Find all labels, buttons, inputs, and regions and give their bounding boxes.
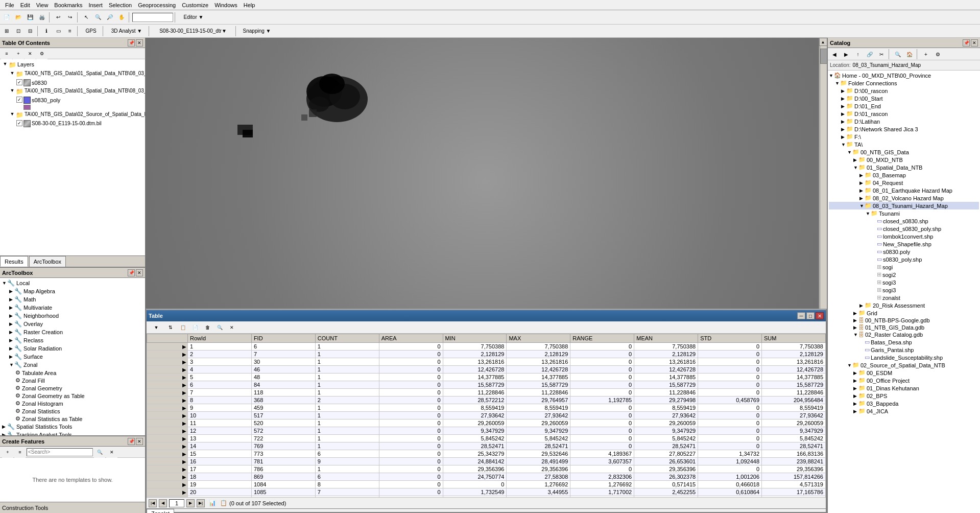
cf-new-btn[interactable]: +	[2, 447, 13, 458]
menu-customize[interactable]: Customize	[179, 1, 211, 9]
tab-results[interactable]: Results	[0, 256, 28, 267]
menu-geoprocessing[interactable]: Geoprocessing	[135, 1, 179, 9]
cf-clear-btn[interactable]: ✕	[106, 447, 117, 458]
cat-02-bps[interactable]: ▶ 📁 02_BPS	[829, 392, 979, 400]
toolbox-zonal[interactable]: ▼ 🔧 Zonal	[1, 361, 144, 369]
cat-sogi3b[interactable]: ⊞ sogi3	[829, 286, 979, 294]
cat-04-request[interactable]: ▶ 📁 04_Request	[829, 179, 979, 186]
table-row[interactable]: ▶16107,7503887,75038807,75038807,750388	[147, 343, 826, 351]
layer2-toggle[interactable]: ▼	[9, 87, 15, 94]
toolbox-local[interactable]: ▼ 🔧 Local	[1, 279, 144, 287]
table-row[interactable]: ▶105171027,9364227,93642027,93642027,936…	[147, 412, 826, 419]
cat-folder-connections[interactable]: ▼ 📁 Folder Connections	[829, 79, 979, 87]
toolbox-neighborhood[interactable]: ▶ 🔧 Neighborhood	[1, 312, 144, 320]
toolbox-zonal-fill[interactable]: ⚙ Zonal Fill	[1, 377, 144, 384]
print-btn[interactable]: 🖨️	[36, 12, 47, 23]
arctoolbox-close-btn[interactable]: ✕	[136, 269, 143, 276]
zoom-out-btn[interactable]: 🔎	[104, 12, 115, 23]
cat-20-risk[interactable]: ▶ 📁 20_Risk Assessment	[829, 301, 979, 309]
cat-d-rascon2[interactable]: ▶ 📁 D:\01_rascon	[829, 110, 979, 118]
raster-layer-btn[interactable]: S08-30-00_E119-15-00_dtr▼	[152, 26, 234, 37]
table-row[interactable]: ▶177861029,35639629,356396029,356396029,…	[147, 465, 826, 473]
cat-home-btn[interactable]: 🏠	[904, 49, 915, 60]
row-selector[interactable]: ▶	[147, 381, 188, 389]
cat-new-shp[interactable]: ▭ New_Shapefile.shp	[829, 240, 979, 248]
attribute-btn[interactable]: ≡	[64, 26, 76, 37]
table-row[interactable]: ▶12572109,3479299,34792909,34792909,3479…	[147, 427, 826, 435]
menu-windows[interactable]: Windows	[211, 1, 241, 9]
cat-closed-poly[interactable]: ▭ closed_s0830_poly.shp	[829, 225, 979, 232]
col-std[interactable]: STD	[698, 334, 762, 343]
pan-btn[interactable]: ✋	[116, 12, 127, 23]
select-btn[interactable]: ▭	[53, 26, 64, 37]
cat-d-latihan[interactable]: ▶ 📁 D:\Latihan	[829, 118, 979, 125]
cat-tsunami[interactable]: ▼ 📁 Tsunami	[829, 209, 979, 217]
cf-close-btn[interactable]: ✕	[136, 438, 143, 445]
zoom-full-btn[interactable]: ⊞	[1, 26, 12, 37]
col-range[interactable]: RANGE	[570, 334, 634, 343]
layer3-toggle[interactable]: ▼	[9, 111, 15, 117]
row-selector[interactable]: ▶	[147, 488, 188, 496]
nav-prev-btn[interactable]: ◀	[159, 499, 167, 507]
row-selector[interactable]: ▶	[147, 343, 188, 351]
snapping-btn[interactable]: Snapping ▼	[239, 26, 275, 37]
toolbox-zonal-histogram[interactable]: ⚙ Zonal Histogram	[1, 400, 144, 407]
cat-d-end[interactable]: ▶ 📁 D:\01_End	[829, 102, 979, 110]
toolbox-zonal-geometry[interactable]: ⚙ Zonal Geometry	[1, 384, 144, 392]
table-row[interactable]: ▶157736025,34327929,5326464,18936727,805…	[147, 450, 826, 458]
toolbox-tracking-analyst[interactable]: ▶ 🔧 Tracking Analyst Tools	[1, 431, 144, 435]
cat-01-dinas[interactable]: ▶ 📁 01_Dinas Kehutanan	[829, 384, 979, 392]
table-delete-btn[interactable]: 🗑	[202, 322, 213, 333]
table-copy-btn[interactable]: 📋	[177, 322, 188, 333]
table-row[interactable]: ▶13722105,8452425,84524205,84524205,8452…	[147, 435, 826, 442]
toc-prop-btn[interactable]: ⚙	[36, 48, 47, 59]
table-row[interactable]: ▶1910848001,2766921,2766920,5714150,4660…	[147, 481, 826, 488]
toolbox-zonal-geometry-table[interactable]: ⚙ Zonal Geometry as Table	[1, 392, 144, 400]
table-row[interactable]: ▶115201029,26005929,260059029,260059029,…	[147, 419, 826, 427]
row-selector[interactable]: ▶	[147, 473, 188, 481]
col-rowid[interactable]: RowId	[188, 334, 252, 343]
table-row[interactable]: ▶147691028,5247128,52471028,52471028,524…	[147, 442, 826, 450]
cat-closed-s0830[interactable]: ▭ closed_s0830.shp	[829, 217, 979, 225]
row-selector[interactable]: ▶	[147, 458, 188, 465]
cat-d-rascon[interactable]: ▶ 📁 D:\00_rascon	[829, 87, 979, 95]
dtm-checkbox[interactable]: ✓	[16, 120, 22, 126]
row-selector[interactable]: ▶	[147, 465, 188, 473]
save-btn[interactable]: 💾	[25, 12, 36, 23]
cat-back-btn[interactable]: ◀	[829, 49, 840, 60]
table-row[interactable]: ▶201085701,7325493,449551,7170022,452255…	[147, 488, 826, 496]
cat-s0830-poly-shp[interactable]: ▭ s0830_poly.shp	[829, 255, 979, 263]
page-input[interactable]	[169, 499, 184, 507]
cat-sogi3[interactable]: ⊞ sogi3	[829, 278, 979, 286]
cat-ntb-bps[interactable]: ▶ 🗄 00_NTB-BPS-Google.gdb	[829, 317, 979, 324]
menu-help[interactable]: Help	[241, 1, 258, 9]
redo-btn[interactable]: ↪	[64, 12, 76, 23]
table-row[interactable]: ▶71181011,22884611,228846011,228846011,2…	[147, 389, 826, 397]
row-selector[interactable]: ▶	[147, 374, 188, 381]
table-container[interactable]: RowId FID COUNT AREA MIN MAX RANGE MEAN …	[147, 334, 826, 497]
cat-03-basemap[interactable]: ▶ 📁 03_Basemap	[829, 171, 979, 179]
toc-list-btn[interactable]: ≡	[1, 48, 12, 59]
table-tab-zonalst[interactable]: Zonalst	[147, 509, 174, 513]
table-sort-btn[interactable]: ⇅	[165, 322, 176, 333]
row-selector[interactable]: ▶	[147, 419, 188, 427]
row-selector[interactable]: ▶	[147, 442, 188, 450]
cat-garis-pantai[interactable]: ▭ Garis_Pantai.shp	[829, 346, 979, 354]
cat-d-start[interactable]: ▶ 📁 D:\00_Start	[829, 95, 979, 102]
cat-sogi[interactable]: ⊞ sogi	[829, 263, 979, 271]
table-row[interactable]: ▶27102,1281292,12812902,12812902,128129	[147, 351, 826, 358]
row-selector[interactable]: ▶	[147, 389, 188, 397]
cat-home-row[interactable]: ▼ 🏠 Home - 00_MXD_NTB\00_Province	[829, 72, 979, 79]
cat-sogi2[interactable]: ⊞ sogi2	[829, 271, 979, 278]
toc-layer1[interactable]: ▼ 📁 TA\00_NTB_GIS_Data\01_Spatial_Data_N…	[1, 69, 144, 79]
s0830poly-checkbox[interactable]: ✓	[16, 97, 22, 103]
toolbox-multivariate[interactable]: ▶ 🔧 Multivariate	[1, 304, 144, 312]
col-area[interactable]: AREA	[379, 334, 443, 343]
zoom-selection-btn[interactable]: ⊟	[25, 26, 36, 37]
gps-btn[interactable]: GPS	[81, 26, 101, 37]
table-close-btn[interactable]: ✕	[816, 312, 824, 319]
table-row[interactable]: ▶4461012,42672812,426728012,426728012,42…	[147, 366, 826, 374]
toc-remove-btn[interactable]: ✕	[25, 48, 36, 59]
menu-file[interactable]: File	[2, 1, 17, 9]
open-btn[interactable]: 📂	[13, 12, 24, 23]
